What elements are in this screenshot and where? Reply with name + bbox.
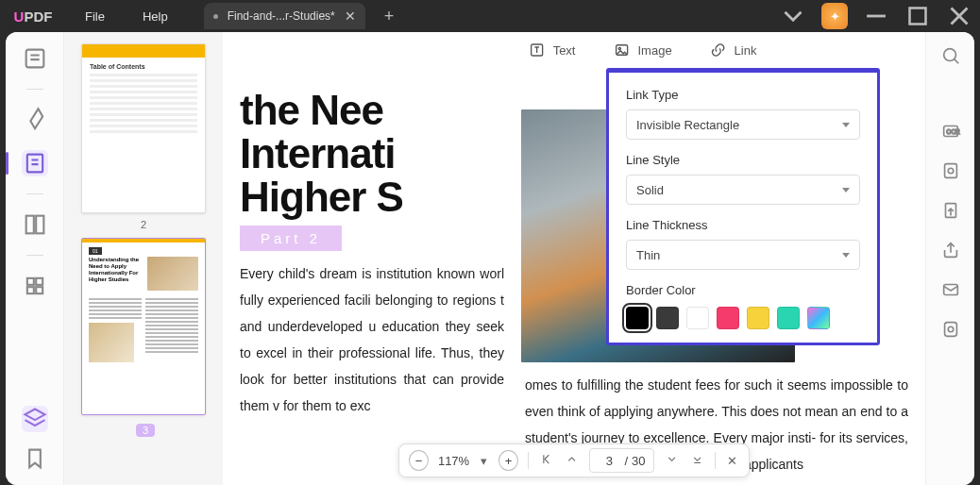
svg-point-33 — [948, 326, 954, 332]
link-properties-panel: Link Type Invisible Rectangle Line Style… — [606, 68, 880, 345]
thumbnail-page-2[interactable]: Table of Contents — [81, 43, 206, 213]
chevron-down-icon[interactable] — [772, 0, 814, 32]
svg-rect-13 — [36, 278, 42, 285]
svg-marker-16 — [25, 410, 44, 421]
svg-rect-14 — [26, 287, 33, 293]
thumbnail-page-3[interactable]: 01 Understanding the Need to Apply Inter… — [81, 238, 206, 415]
tools-icon[interactable] — [22, 273, 48, 299]
color-swatches — [626, 307, 860, 329]
document-tab[interactable]: Find-and-...r-Studies* ✕ — [204, 3, 365, 29]
text-tool[interactable]: Text — [529, 42, 576, 59]
reader-mode-icon[interactable] — [22, 45, 48, 72]
svg-text:OCR: OCR — [946, 128, 960, 135]
swatch-yellow[interactable] — [747, 307, 769, 329]
print-icon[interactable] — [940, 319, 961, 340]
svg-rect-4 — [25, 50, 43, 68]
close-tab-icon[interactable]: ✕ — [345, 8, 356, 24]
organize-pages-icon[interactable] — [22, 211, 48, 238]
swatch-teal[interactable] — [777, 307, 800, 329]
svg-rect-1 — [910, 8, 926, 25]
tab-title: Find-and-...r-Studies* — [228, 9, 335, 23]
zoom-percent: 117% — [438, 454, 469, 468]
line-style-label: Line Style — [626, 153, 860, 167]
svg-rect-15 — [36, 287, 42, 293]
line-style-select[interactable]: Solid — [626, 175, 860, 205]
swatch-gradient[interactable] — [807, 307, 830, 329]
next-page-icon[interactable] — [664, 453, 680, 468]
minimize-button[interactable] — [855, 0, 897, 32]
thumbnail-label-3: 3 — [136, 424, 155, 437]
crop-icon[interactable] — [940, 160, 961, 181]
svg-line-23 — [954, 59, 958, 64]
share-icon[interactable] — [940, 240, 961, 260]
line-thickness-select[interactable]: Thin — [626, 240, 860, 270]
page-heading: the Nee Internati Higher S — [240, 89, 521, 220]
thumbnail-label-2: 2 — [81, 219, 206, 230]
zoom-in-button[interactable]: + — [498, 450, 518, 471]
tab-modified-dot — [213, 14, 218, 19]
border-color-label: Border Color — [626, 283, 860, 297]
app-logo: UPDF — [0, 8, 66, 25]
email-icon[interactable] — [940, 279, 961, 300]
svg-rect-26 — [944, 164, 956, 178]
link-tool[interactable]: Link — [710, 42, 757, 59]
svg-point-19 — [618, 47, 620, 49]
ai-sparkle-button[interactable]: ✦ — [814, 0, 855, 32]
svg-rect-10 — [25, 216, 33, 234]
link-type-label: Link Type — [626, 88, 860, 102]
new-tab-button[interactable]: + — [380, 7, 398, 26]
maximize-button[interactable] — [897, 0, 938, 32]
menu-help[interactable]: Help — [124, 9, 187, 24]
prev-page-icon[interactable] — [564, 453, 580, 468]
svg-point-22 — [943, 49, 955, 61]
zoom-out-button[interactable]: − — [409, 450, 429, 471]
comment-tool-icon[interactable] — [22, 107, 48, 133]
swatch-white[interactable] — [686, 307, 709, 329]
ocr-icon[interactable]: OCR — [940, 121, 961, 142]
image-icon — [613, 42, 630, 59]
bookmark-icon[interactable] — [22, 445, 48, 472]
zoom-dropdown-icon[interactable]: ▾ — [479, 454, 489, 468]
layers-icon[interactable] — [22, 406, 48, 432]
body-text-left: Every child's dream is institution known… — [240, 260, 521, 419]
zoom-page-toolbar: − 117% ▾ + / 30 ✕ — [398, 443, 750, 477]
link-icon — [710, 42, 727, 59]
first-page-icon[interactable] — [538, 453, 554, 468]
svg-rect-32 — [944, 323, 956, 337]
svg-rect-7 — [26, 155, 42, 173]
close-window-button[interactable] — [938, 0, 980, 32]
link-type-select[interactable]: Invisible Rectangle — [626, 109, 860, 140]
line-thickness-label: Line Thickness — [626, 218, 860, 232]
watermark-icon[interactable] — [940, 200, 961, 221]
part-label: Part 2 — [240, 226, 342, 251]
swatch-darkgray[interactable] — [656, 307, 679, 329]
svg-rect-12 — [26, 278, 33, 285]
edit-tool-icon[interactable] — [22, 150, 48, 176]
page-number-input[interactable] — [598, 454, 620, 468]
image-tool[interactable]: Image — [613, 42, 671, 59]
svg-rect-11 — [36, 216, 43, 234]
svg-point-27 — [948, 168, 954, 174]
last-page-icon[interactable] — [689, 453, 705, 468]
thumbnails-panel: Table of Contents 2 01 Understanding the… — [64, 32, 223, 485]
page-total: 30 — [632, 454, 645, 468]
menu-file[interactable]: File — [66, 9, 124, 24]
text-icon — [529, 42, 546, 59]
search-icon[interactable] — [940, 45, 961, 66]
swatch-black[interactable] — [626, 307, 649, 329]
close-toolbar-icon[interactable]: ✕ — [725, 454, 739, 468]
swatch-pink[interactable] — [717, 307, 739, 329]
